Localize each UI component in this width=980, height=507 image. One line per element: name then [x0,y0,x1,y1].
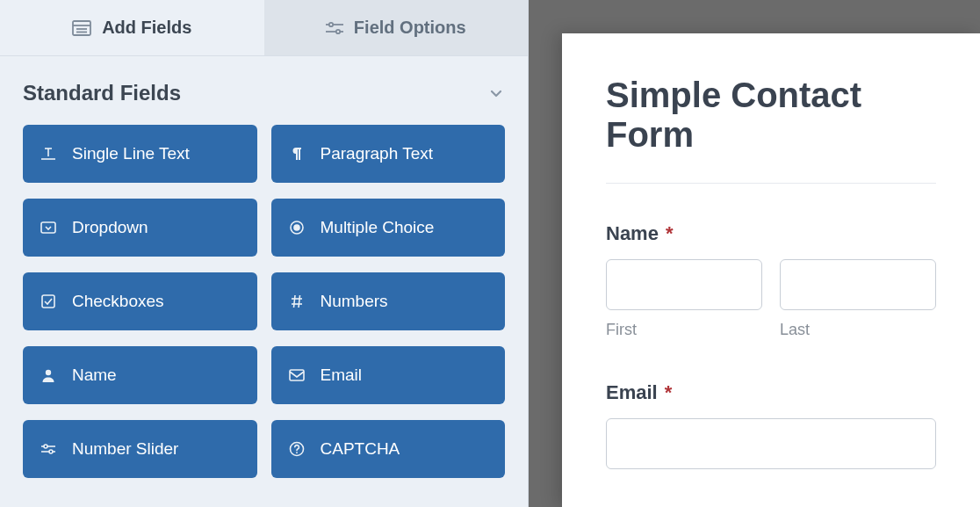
builder-sidebar: Add Fields Field Options Standard Fields [0,0,529,507]
form-field-email[interactable]: Email * [606,381,936,469]
field-email[interactable]: Email [271,346,506,404]
form-icon [72,20,91,36]
name-row: First Last [606,259,936,339]
field-dropdown[interactable]: Dropdown [23,199,257,257]
field-captcha[interactable]: CAPTCHA [271,420,506,478]
sliders-icon [39,441,58,457]
tab-add-fields[interactable]: Add Fields [0,0,264,55]
field-label: Number Slider [72,439,178,459]
section-header[interactable]: Standard Fields [23,81,505,105]
form-label-email: Email * [606,381,936,404]
last-sublabel: Last [780,321,936,339]
last-name-input[interactable] [780,259,936,310]
tab-label: Field Options [354,18,466,38]
field-label: Checkboxes [72,292,164,311]
svg-point-26 [296,452,298,453]
section-title: Standard Fields [23,81,181,105]
tab-field-options[interactable]: Field Options [264,0,529,55]
fields-grid: Single Line Text Paragraph Text Dro [23,125,505,478]
question-circle-icon [287,440,306,458]
field-label: Single Line Text [72,144,190,163]
field-label: Email [321,366,363,385]
form-field-name[interactable]: Name * First Last [606,222,936,339]
envelope-icon [287,368,306,382]
field-checkboxes[interactable]: Checkboxes [23,272,257,330]
chevron-down-icon [487,84,505,102]
field-numbers[interactable]: Numbers [271,272,506,330]
svg-point-7 [336,29,340,33]
svg-line-17 [293,295,295,308]
user-icon [39,367,58,383]
field-name[interactable]: Name [23,346,257,404]
field-paragraph-text[interactable]: Paragraph Text [271,125,506,183]
svg-point-22 [44,445,47,448]
svg-point-19 [46,370,51,375]
last-name-col: Last [780,259,936,339]
required-mark: * [665,381,673,404]
dropdown-icon [39,220,58,235]
label-text: Email [606,381,658,404]
first-name-input[interactable] [606,259,762,310]
label-text: Name [606,222,659,245]
first-name-col: First [606,259,762,339]
form-label-name: Name * [606,222,936,245]
tab-label: Add Fields [102,18,191,38]
svg-point-24 [49,450,53,453]
field-single-line-text[interactable]: Single Line Text [23,125,257,183]
required-mark: * [666,222,674,245]
svg-rect-14 [42,295,54,308]
svg-line-18 [299,295,300,308]
svg-rect-20 [290,370,304,380]
field-multiple-choice[interactable]: Multiple Choice [271,199,506,257]
hash-icon [287,293,306,310]
first-sublabel: First [606,321,762,339]
sliders-icon [326,20,343,36]
pilcrow-icon [287,146,306,162]
tabs: Add Fields Field Options [0,0,528,56]
field-label: Multiple Choice [321,218,435,237]
form-title: Simple Contact Form [606,76,936,184]
svg-point-5 [329,22,333,25]
standard-fields-section: Standard Fields Single Line Text [0,56,528,478]
field-label: CAPTCHA [321,439,400,459]
field-label: Paragraph Text [321,144,434,163]
svg-rect-11 [41,222,55,233]
email-input[interactable] [606,418,936,469]
svg-point-13 [294,225,299,230]
form-preview-wrapper: Simple Contact Form Name * First Last Em… [529,0,980,507]
field-label: Dropdown [72,218,148,237]
field-label: Numbers [321,292,388,311]
field-label: Name [72,366,117,385]
svg-rect-0 [73,21,90,35]
field-number-slider[interactable]: Number Slider [23,420,257,478]
radio-icon [287,219,306,236]
text-cursor-icon [39,146,58,162]
checkbox-icon [39,293,58,310]
form-preview[interactable]: Simple Contact Form Name * First Last Em… [562,33,980,507]
